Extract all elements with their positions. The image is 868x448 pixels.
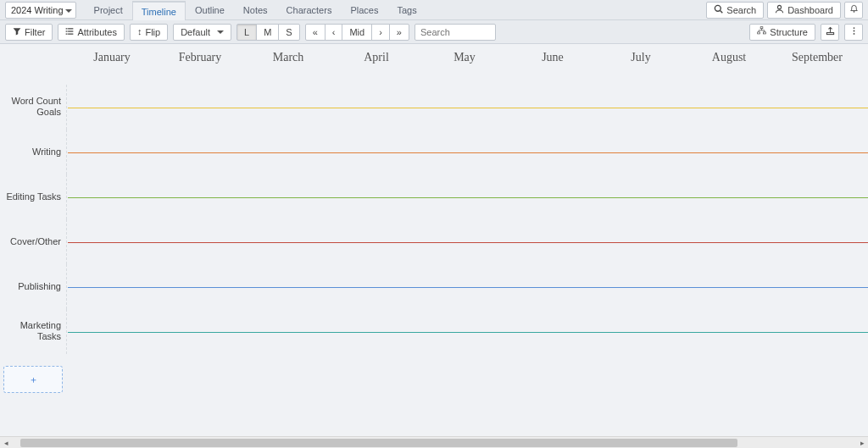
nav-last-button[interactable]: »: [389, 24, 409, 41]
attributes-button[interactable]: Attributes: [58, 24, 124, 41]
track-axis: [68, 152, 868, 153]
chevron-right-icon: ›: [379, 27, 382, 37]
tab-outline[interactable]: Outline: [186, 0, 234, 19]
double-chevron-right-icon: »: [397, 27, 402, 37]
track-separator: [66, 85, 67, 130]
month-label: May: [420, 51, 509, 73]
filter-label: Filter: [25, 27, 45, 37]
tab-timeline[interactable]: Timeline: [132, 1, 186, 20]
dashboard-button-label: Dashboard: [787, 5, 833, 15]
notifications-button[interactable]: [844, 2, 863, 19]
timeline-search-input[interactable]: [415, 24, 496, 41]
tab-notes[interactable]: Notes: [234, 0, 277, 19]
zoom-l-button[interactable]: L: [236, 24, 257, 41]
search-button-label: Search: [726, 5, 756, 15]
track-label: Publishing: [0, 281, 61, 293]
timeline-track[interactable]: Publishing: [0, 264, 868, 309]
timeline-track[interactable]: Cover/Other: [0, 219, 868, 264]
track-label: Writing: [0, 147, 61, 158]
attributes-label: Attributes: [77, 27, 116, 37]
kebab-icon: [849, 26, 859, 37]
view-default-label: Default: [181, 27, 210, 37]
svg-rect-7: [69, 30, 74, 31]
scroll-thumb[interactable]: [20, 439, 737, 447]
track-label: Word Count Goals: [0, 96, 61, 119]
structure-icon: [757, 26, 766, 37]
tab-project[interactable]: Project: [85, 0, 132, 19]
tab-places[interactable]: Places: [341, 0, 387, 19]
project-selector-label: 2024 Writing: [11, 5, 64, 15]
zoom-m-button[interactable]: M: [256, 24, 279, 41]
timeline-toolbar: Filter Attributes ↕ Flip Default LMS « ‹…: [0, 20, 868, 44]
nav-prev-button[interactable]: ‹: [325, 24, 343, 41]
add-track-button[interactable]: ＋: [3, 366, 63, 393]
search-icon: [714, 4, 723, 15]
flip-label: Flip: [145, 27, 160, 37]
svg-point-0: [715, 5, 721, 11]
svg-point-15: [853, 30, 854, 32]
timeline-track[interactable]: Marketing Tasks: [0, 309, 868, 354]
track-separator: [66, 309, 67, 354]
month-label: April: [332, 51, 420, 73]
track-axis: [68, 332, 868, 333]
svg-rect-5: [69, 28, 74, 29]
svg-rect-4: [66, 28, 68, 29]
svg-point-3: [853, 11, 854, 13]
plus-icon: ＋: [29, 375, 38, 384]
svg-rect-6: [66, 30, 68, 31]
timeline-track[interactable]: Word Count Goals: [0, 85, 868, 130]
more-menu-button[interactable]: [844, 24, 863, 41]
horizontal-scrollbar[interactable]: ◂ ▸: [0, 436, 868, 448]
structure-label: Structure: [770, 27, 808, 37]
timeline-nav-group: « ‹ Mid › »: [305, 24, 409, 41]
filter-icon: [13, 27, 21, 37]
timeline-track[interactable]: Writing: [0, 130, 868, 174]
track-axis: [68, 108, 868, 108]
nav-mid-label: Mid: [349, 27, 364, 37]
flip-button[interactable]: ↕ Flip: [130, 24, 168, 41]
timeline-rows: Word Count GoalsWritingEditing TasksCove…: [0, 85, 868, 354]
nav-mid-button[interactable]: Mid: [342, 24, 372, 41]
tab-characters[interactable]: Characters: [277, 0, 342, 19]
track-separator: [66, 219, 67, 264]
svg-rect-11: [758, 32, 760, 34]
timeline-canvas[interactable]: JanuaryFebruaryMarchAprilMayJuneJulyAugu…: [0, 44, 868, 436]
export-button[interactable]: [821, 24, 839, 41]
timeline-track[interactable]: Editing Tasks: [0, 174, 868, 219]
svg-rect-9: [69, 33, 74, 34]
svg-line-1: [721, 11, 723, 14]
month-label: June: [509, 51, 597, 73]
view-default-dropdown[interactable]: Default: [173, 24, 231, 41]
svg-point-14: [853, 27, 854, 29]
track-separator: [66, 130, 67, 174]
month-label: February: [156, 51, 244, 73]
track-axis: [68, 242, 868, 243]
structure-button[interactable]: Structure: [749, 24, 815, 41]
track-label: Marketing Tasks: [0, 320, 61, 344]
zoom-s-button[interactable]: S: [278, 24, 299, 41]
svg-point-2: [778, 5, 782, 8]
track-axis: [68, 197, 868, 198]
filter-button[interactable]: Filter: [5, 24, 53, 41]
search-button[interactable]: Search: [706, 2, 764, 19]
swap-icon: ↕: [137, 27, 142, 36]
nav-first-button[interactable]: «: [305, 24, 326, 41]
dashboard-button[interactable]: Dashboard: [767, 2, 841, 19]
scroll-left-arrow[interactable]: ◂: [0, 437, 12, 449]
svg-rect-10: [760, 27, 763, 29]
scroll-track[interactable]: [12, 438, 856, 448]
tab-tags[interactable]: Tags: [387, 0, 426, 19]
track-label: Editing Tasks: [0, 191, 61, 203]
double-chevron-left-icon: «: [313, 27, 318, 37]
month-header: JanuaryFebruaryMarchAprilMayJuneJulyAugu…: [68, 51, 868, 73]
month-label: July: [597, 51, 685, 73]
month-label: September: [773, 51, 861, 73]
topbar-right: Search Dashboard: [706, 0, 868, 19]
nav-next-button[interactable]: ›: [371, 24, 390, 41]
project-selector[interactable]: 2024 Writing: [5, 2, 76, 19]
scroll-right-arrow[interactable]: ▸: [856, 437, 868, 449]
month-label: January: [68, 51, 156, 73]
svg-rect-8: [66, 33, 68, 34]
month-label: March: [244, 51, 332, 73]
list-icon: [65, 27, 74, 37]
